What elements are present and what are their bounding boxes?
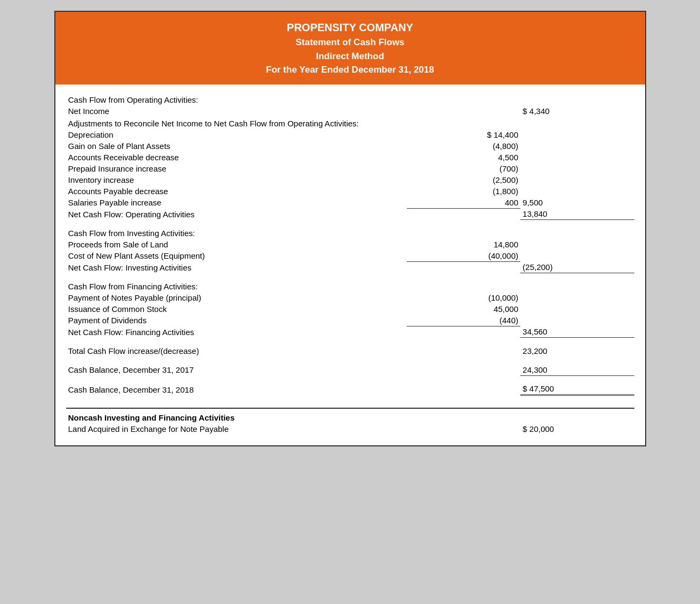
inventory-label: Inventory increase [66, 174, 407, 186]
statement-title: Statement of Cash Flows [66, 35, 634, 49]
balance-2018-label: Cash Balance, December 31, 2018 [66, 383, 407, 395]
depreciation-mid: $ 14,400 [407, 129, 520, 140]
net-financing-value: 34,560 [520, 326, 634, 338]
method-title: Indirect Method [66, 49, 634, 63]
prepaid-insurance-label: Prepaid Insurance increase [66, 163, 407, 174]
page-container: PROPENSITY COMPANY Statement of Cash Flo… [54, 11, 646, 446]
total-cash-flow-value: 23,200 [520, 345, 634, 357]
balance-2017-label: Cash Balance, December 31, 2017 [66, 364, 407, 376]
noncash-header-label: Noncash Investing and Financing Activiti… [66, 408, 407, 423]
total-cash-flow-row: Total Cash Flow increase/(decrease) 23,2… [66, 345, 634, 357]
plant-assets-row: Cost of New Plant Assets (Equipment) (40… [66, 250, 634, 262]
gain-sale-label: Gain on Sale of Plant Assets [66, 140, 407, 152]
spacer-5 [66, 375, 634, 383]
net-financing-row: Net Cash Flow: Financing Activities 34,5… [66, 326, 634, 338]
ap-decrease-label: Accounts Payable decrease [66, 186, 407, 197]
spacer-6 [66, 395, 634, 408]
common-stock-label: Issuance of Common Stock [66, 303, 407, 315]
notes-payable-row: Payment of Notes Payable (principal) (10… [66, 292, 634, 303]
proceeds-land-row: Proceeds from Sale of Land 14,800 [66, 239, 634, 250]
net-investing-row: Net Cash Flow: Investing Activities (25,… [66, 261, 634, 273]
noncash-item-row: Land Acquired in Exchange for Note Payab… [66, 423, 634, 435]
date-title: For the Year Ended December 31, 2018 [66, 63, 634, 77]
salaries-row: Salaries Payable increase 400 9,500 [66, 197, 634, 209]
ap-decrease-row: Accounts Payable decrease (1,800) [66, 186, 634, 197]
page-header: PROPENSITY COMPANY Statement of Cash Flo… [55, 12, 645, 84]
operating-header-row: Cash Flow from Operating Activities: [66, 91, 634, 105]
common-stock-mid: 45,000 [407, 303, 520, 315]
salaries-right: 9,500 [520, 197, 634, 209]
net-income-row: Net Income $ 4,340 [66, 105, 634, 117]
net-income-value: $ 4,340 [520, 105, 634, 117]
plant-assets-mid: (40,000) [407, 250, 520, 262]
net-income-label: Net Income [66, 105, 407, 117]
plant-assets-label: Cost of New Plant Assets (Equipment) [66, 250, 407, 262]
company-name: PROPENSITY COMPANY [66, 19, 634, 35]
investing-header-row: Cash Flow from Investing Activities: [66, 228, 634, 239]
financing-header-row: Cash Flow from Financing Activities: [66, 281, 634, 292]
notes-payable-label: Payment of Notes Payable (principal) [66, 292, 407, 303]
net-operating-row: Net Cash Flow: Operating Activities 13,8… [66, 208, 634, 220]
investing-header-label: Cash Flow from Investing Activities: [66, 228, 407, 239]
noncash-item-value: $ 20,000 [520, 423, 634, 435]
salaries-label: Salaries Payable increase [66, 197, 407, 209]
gain-sale-mid: (4,800) [407, 140, 520, 152]
inventory-mid: (2,500) [407, 174, 520, 186]
ar-decrease-mid: 4,500 [407, 152, 520, 163]
salaries-mid: 400 [407, 197, 520, 209]
net-investing-value: (25,200) [520, 261, 634, 273]
dividends-mid: (440) [407, 315, 520, 326]
operating-header-label: Cash Flow from Operating Activities: [66, 91, 407, 105]
net-investing-label: Net Cash Flow: Investing Activities [66, 261, 407, 273]
depreciation-label: Depreciation [66, 129, 407, 140]
spacer-3 [66, 338, 634, 345]
proceeds-land-mid: 14,800 [407, 239, 520, 250]
prepaid-insurance-mid: (700) [407, 163, 520, 174]
spacer-2 [66, 273, 634, 281]
dividends-row: Payment of Dividends (440) [66, 315, 634, 326]
ar-decrease-label: Accounts Receivable decrease [66, 152, 407, 163]
balance-2018-row: Cash Balance, December 31, 2018 $ 47,500 [66, 383, 634, 395]
ap-decrease-mid: (1,800) [407, 186, 520, 197]
adjustments-header-label: Adjustments to Reconcile Net Income to N… [66, 117, 407, 129]
proceeds-land-label: Proceeds from Sale of Land [66, 239, 407, 250]
balance-2017-value: 24,300 [520, 364, 634, 376]
balance-2017-row: Cash Balance, December 31, 2017 24,300 [66, 364, 634, 376]
net-financing-label: Net Cash Flow: Financing Activities [66, 326, 407, 338]
adjustments-header-row: Adjustments to Reconcile Net Income to N… [66, 117, 634, 129]
total-cash-flow-label: Total Cash Flow increase/(decrease) [66, 345, 407, 357]
inventory-row: Inventory increase (2,500) [66, 174, 634, 186]
gain-sale-row: Gain on Sale of Plant Assets (4,800) [66, 140, 634, 152]
spacer-1 [66, 220, 634, 228]
net-operating-value: 13,840 [520, 208, 634, 220]
net-operating-label: Net Cash Flow: Operating Activities [66, 208, 407, 220]
depreciation-row: Depreciation $ 14,400 [66, 129, 634, 140]
common-stock-row: Issuance of Common Stock 45,000 [66, 303, 634, 315]
financing-header-label: Cash Flow from Financing Activities: [66, 281, 407, 292]
statement-table: Cash Flow from Operating Activities: Net… [66, 91, 634, 435]
statement-content: Cash Flow from Operating Activities: Net… [55, 84, 645, 445]
prepaid-insurance-row: Prepaid Insurance increase (700) [66, 163, 634, 174]
spacer-4 [66, 357, 634, 364]
ar-decrease-row: Accounts Receivable decrease 4,500 [66, 152, 634, 163]
noncash-header-row: Noncash Investing and Financing Activiti… [66, 408, 634, 423]
notes-payable-mid: (10,000) [407, 292, 520, 303]
dividends-label: Payment of Dividends [66, 315, 407, 326]
balance-2018-value: $ 47,500 [520, 383, 634, 395]
noncash-item-label: Land Acquired in Exchange for Note Payab… [66, 423, 407, 435]
